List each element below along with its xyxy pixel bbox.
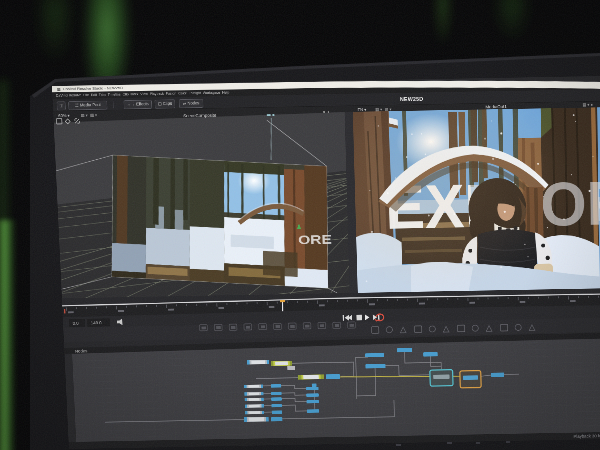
svg-text:149.0: 149.0: [91, 320, 102, 325]
svg-text:Playback 30 frames: Playback 30 frames: [573, 433, 600, 438]
svg-text:0.0: 0.0: [73, 321, 80, 326]
svg-text:ORE: ORE: [298, 232, 332, 247]
svg-text:Nodes: Nodes: [75, 348, 88, 353]
